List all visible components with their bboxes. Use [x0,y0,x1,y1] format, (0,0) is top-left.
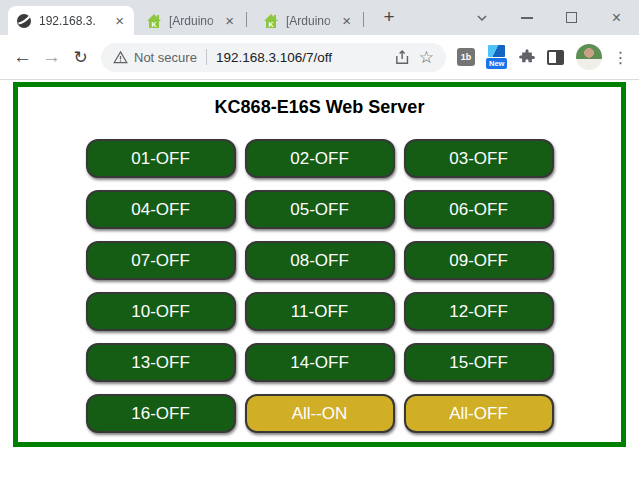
relay-button[interactable]: All--ON [245,394,395,433]
relay-button[interactable]: 16-OFF [86,394,236,433]
tab-strip: 192.168.3. × K [Arduino × K [Arduino × + [0,0,639,35]
extension-logo-icon [488,45,505,57]
extensions-puzzle-icon[interactable] [518,48,536,66]
kincony-home-favicon-icon: K [263,13,279,29]
profile-avatar[interactable] [576,44,602,70]
close-icon: × [612,10,621,26]
browser-menu-icon[interactable]: ⋮ [612,48,628,67]
svg-text:K: K [151,20,156,27]
back-button[interactable]: ← [8,43,37,72]
relay-button[interactable]: 14-OFF [245,343,395,382]
relay-button[interactable]: 02-OFF [245,139,395,178]
content-frame: KC868-E16S Web Server 01-OFF02-OFF03-OFF… [13,82,626,447]
tab-arduino-1[interactable]: K [Arduino × [140,6,242,35]
extension-1b-icon[interactable]: 1b [457,48,475,66]
close-window-button[interactable]: × [594,0,639,35]
omnibox-divider [206,49,207,65]
tab-divider [246,12,247,27]
browser-window: 192.168.3. × K [Arduino × K [Arduino × + [0,0,639,486]
tab-close-icon[interactable]: × [340,13,353,28]
browser-toolbar: ← → ↻ Not secure 192.168.3.106/7/off ☆ 1… [0,35,639,80]
tab-close-icon[interactable]: × [113,13,126,28]
back-icon: ← [13,46,32,68]
new-badge: New [486,58,507,69]
relay-button[interactable]: 05-OFF [245,190,395,229]
security-status-label[interactable]: Not secure [134,50,197,65]
tab-title: [Arduino [286,14,340,28]
forward-button[interactable]: → [37,43,66,72]
relay-button[interactable]: 06-OFF [404,190,554,229]
relay-button[interactable]: 04-OFF [86,190,236,229]
window-controls: × [459,0,639,35]
relay-button-grid: 01-OFF02-OFF03-OFF04-OFF05-OFF06-OFF07-O… [18,139,621,433]
minimize-button[interactable] [504,0,549,35]
relay-button[interactable]: 01-OFF [86,139,236,178]
side-panel-icon[interactable] [547,50,564,65]
extension-new-icon[interactable]: New [486,45,507,69]
tab-search-chevron-icon[interactable] [459,0,504,35]
minimize-icon [521,17,533,19]
new-tab-button[interactable]: + [376,4,402,30]
maximize-icon [566,12,577,23]
relay-button[interactable]: 13-OFF [86,343,236,382]
relay-button[interactable]: 12-OFF [404,292,554,331]
relay-button[interactable]: 09-OFF [404,241,554,280]
tab-active-webserver[interactable]: 192.168.3. × [8,6,134,35]
relay-button[interactable]: 03-OFF [404,139,554,178]
url-text[interactable]: 192.168.3.106/7/off [216,50,386,65]
not-secure-warning-icon[interactable] [113,50,128,65]
address-bar[interactable]: Not secure 192.168.3.106/7/off ☆ [101,43,446,72]
tab-divider [363,12,364,27]
reload-button[interactable]: ↻ [66,43,95,72]
relay-button[interactable]: All-OFF [404,394,554,433]
relay-button[interactable]: 10-OFF [86,292,236,331]
relay-button[interactable]: 11-OFF [245,292,395,331]
reload-icon: ↻ [73,47,87,68]
forward-icon: → [42,46,61,68]
globe-favicon-icon [16,13,32,29]
tab-arduino-2[interactable]: K [Arduino × [257,6,359,35]
relay-button[interactable]: 15-OFF [404,343,554,382]
web-page: KC868-E16S Web Server 01-OFF02-OFF03-OFF… [0,82,639,486]
page-title: KC868-E16S Web Server [18,97,621,118]
bookmark-star-icon[interactable]: ☆ [419,49,434,66]
tab-title: 192.168.3. [39,14,113,28]
maximize-button[interactable] [549,0,594,35]
svg-text:K: K [268,20,273,27]
share-icon[interactable] [394,49,411,66]
tab-close-icon[interactable]: × [223,13,236,28]
relay-button[interactable]: 07-OFF [86,241,236,280]
kincony-home-favicon-icon: K [146,13,162,29]
tab-title: [Arduino [169,14,223,28]
relay-button[interactable]: 08-OFF [245,241,395,280]
